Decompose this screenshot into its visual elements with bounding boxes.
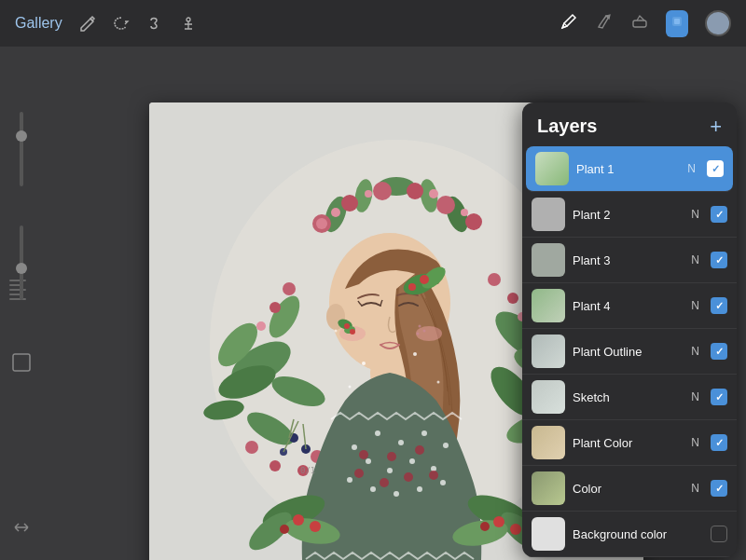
eraser-tool-icon[interactable] [630, 12, 649, 35]
svg-point-86 [387, 452, 396, 461]
svg-point-87 [415, 445, 424, 455]
svg-point-39 [256, 321, 266, 331]
layer-thumbnail-plantoutline [532, 335, 565, 368]
pen-tool-icon[interactable] [595, 12, 614, 35]
layer-checkbox-plant4[interactable]: ✓ [711, 297, 727, 314]
svg-point-82 [394, 491, 399, 497]
svg-point-73 [398, 440, 404, 445]
svg-point-70 [350, 329, 355, 335]
layer-item-bgcolor[interactable]: Background color [522, 512, 737, 557]
layer-name-plantoutline: Plant Outline [573, 345, 684, 359]
layer-thumbnail-plantcolor [532, 426, 565, 459]
color-picker[interactable] [705, 10, 731, 36]
svg-point-98 [293, 514, 304, 526]
layer-thumbnail-plant3 [532, 243, 565, 277]
svg-rect-117 [532, 472, 564, 504]
canvas-area: 0/1 Layers + Plant 1N✓Plant 2N✓Plant 3N✓… [0, 47, 746, 560]
pencil-tool-icon[interactable] [560, 12, 578, 35]
layer-checkbox-color[interactable]: ✓ [711, 480, 727, 497]
toolbar-left: Gallery [15, 15, 197, 32]
svg-point-37 [283, 282, 296, 295]
square-outline-icon[interactable] [7, 348, 35, 376]
svg-point-109 [335, 330, 338, 333]
svg-point-33 [331, 208, 340, 217]
svg-point-69 [344, 323, 350, 329]
transform-icon[interactable] [146, 15, 163, 32]
layer-mode-plantoutline: N [691, 345, 699, 358]
svg-rect-5 [13, 354, 30, 371]
svg-rect-4 [674, 19, 680, 24]
layer-checkbox-bgcolor[interactable] [711, 526, 727, 542]
svg-point-103 [480, 522, 490, 531]
layer-checkbox-plant2[interactable]: ✓ [711, 206, 727, 223]
svg-point-77 [387, 468, 393, 473]
layer-thumbnail-plant2 [532, 198, 565, 231]
svg-point-89 [380, 478, 389, 487]
layer-item-plant2[interactable]: Plant 2N✓ [522, 192, 737, 238]
svg-point-91 [429, 471, 438, 480]
svg-point-43 [507, 293, 518, 304]
svg-point-42 [488, 273, 501, 286]
svg-point-0 [186, 18, 190, 21]
layer-checkbox-plant1[interactable]: ✓ [707, 160, 724, 177]
layer-checkbox-plant3[interactable]: ✓ [711, 252, 727, 268]
svg-point-59 [416, 326, 442, 341]
layer-item-plantoutline[interactable]: Plant OutlineN✓ [522, 329, 737, 375]
anchor-icon[interactable] [180, 15, 197, 32]
svg-point-100 [280, 525, 289, 534]
svg-rect-112 [532, 244, 564, 276]
layer-item-plant1[interactable]: Plant 1N✓ [526, 146, 733, 192]
svg-rect-113 [532, 290, 564, 321]
layer-mode-plant4: N [691, 299, 699, 312]
layer-mode-sketch: N [691, 390, 699, 403]
layer-item-plant4[interactable]: Plant 4N✓ [522, 283, 737, 329]
svg-rect-1 [633, 20, 646, 27]
svg-point-31 [436, 196, 455, 214]
layers-title: Layers [537, 116, 598, 137]
layer-mode-plant2: N [691, 208, 699, 221]
toolbar: Gallery [0, 0, 746, 47]
modify-icon[interactable] [79, 15, 96, 32]
flip-icon[interactable] [7, 513, 35, 541]
svg-text:0/1: 0/1 [300, 466, 315, 475]
svg-point-85 [359, 450, 368, 459]
lasso-icon[interactable] [113, 15, 130, 32]
layer-checkbox-plantoutline[interactable]: ✓ [711, 343, 727, 360]
layer-item-plant3[interactable]: Plant 3N✓ [522, 238, 737, 283]
svg-point-101 [493, 516, 504, 527]
layer-item-sketch[interactable]: SketchN✓ [522, 375, 737, 420]
layers-header: Layers + [522, 102, 737, 146]
svg-point-107 [437, 381, 440, 384]
layer-item-plantcolor[interactable]: Plant ColorN✓ [522, 420, 737, 466]
layer-mode-plant1: N [687, 162, 696, 175]
left-sidebar [0, 93, 42, 560]
layer-name-plant4: Plant 4 [573, 299, 684, 313]
svg-point-35 [429, 189, 438, 198]
layer-thumbnail-plant1 [535, 152, 569, 185]
layer-thumbnail-sketch [532, 380, 565, 414]
layer-checkbox-sketch[interactable]: ✓ [711, 389, 727, 405]
brush-size-slider[interactable] [20, 112, 23, 186]
toolbar-right [560, 10, 731, 37]
layers-list: Plant 1N✓Plant 2N✓Plant 3N✓Plant 4N✓Plan… [522, 146, 737, 557]
layers-panel: Layers + Plant 1N✓Plant 2N✓Plant 3N✓Plan… [522, 102, 737, 557]
layer-mode-plantcolor: N [691, 436, 699, 449]
gallery-button[interactable]: Gallery [15, 15, 62, 32]
svg-point-88 [354, 469, 364, 478]
svg-point-40 [245, 441, 258, 454]
layer-item-color[interactable]: ColorN✓ [522, 466, 737, 512]
layers-add-button[interactable]: + [710, 116, 722, 137]
layer-checkbox-plantcolor[interactable]: ✓ [711, 434, 727, 451]
svg-point-80 [347, 477, 352, 483]
svg-point-32 [465, 213, 482, 230]
svg-point-105 [362, 362, 366, 365]
layer-name-plant3: Plant 3 [573, 253, 684, 267]
opacity-slider[interactable] [20, 225, 23, 300]
svg-point-75 [443, 443, 449, 448]
layer-thumbnail-color [532, 471, 565, 505]
layers-tool-icon[interactable] [666, 10, 688, 37]
svg-point-90 [404, 472, 413, 482]
svg-point-81 [370, 486, 376, 492]
svg-point-34 [365, 190, 372, 198]
layer-mode-plant3: N [691, 253, 699, 266]
